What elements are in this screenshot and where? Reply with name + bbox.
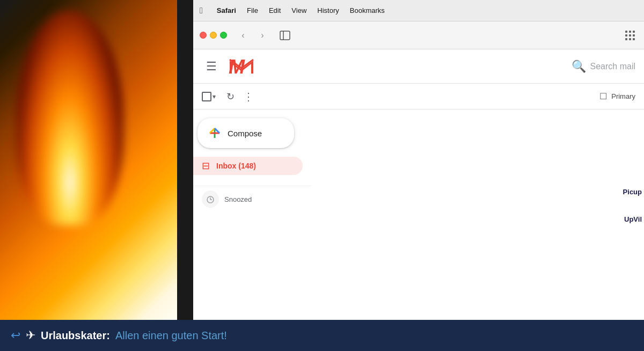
browser-toolbar: ‹ ›	[193, 21, 644, 49]
file-menu[interactable]: File	[241, 6, 264, 14]
svg-rect-3	[629, 31, 631, 33]
snoozed-label: Snoozed	[224, 195, 252, 203]
safari-menu[interactable]: Safari	[211, 6, 241, 14]
view-menu[interactable]: View	[286, 6, 312, 14]
browser-chrome:  Safari File Edit View History Bookmark…	[193, 0, 644, 351]
svg-rect-6	[629, 34, 631, 36]
svg-text:M: M	[229, 56, 245, 77]
right-column-labels: Picup UpVil	[623, 188, 644, 223]
fire-background	[0, 0, 193, 351]
svg-rect-10	[633, 38, 635, 40]
history-menu[interactable]: History	[312, 6, 344, 14]
compose-label: Compose	[228, 129, 262, 138]
inbox-label: Inbox (148)	[216, 162, 256, 170]
snoozed-icon	[202, 191, 219, 208]
search-placeholder[interactable]: Search mail	[590, 62, 635, 71]
primary-inbox-icon: ☐	[599, 91, 607, 101]
search-icon[interactable]: 🔍	[572, 60, 586, 74]
gmail-body: Compose ⊟ Inbox (148)	[193, 109, 644, 351]
inbox-icon: ⊟	[202, 160, 210, 172]
compose-plus-icon	[208, 127, 221, 140]
menu-bar:  Safari File Edit View History Bookmark…	[193, 0, 644, 21]
gmail-logo: M	[228, 56, 255, 77]
primary-tab: ☐ Primary	[599, 91, 635, 101]
traffic-lights	[200, 32, 227, 39]
inbox-item[interactable]: ⊟ Inbox (148)	[193, 157, 303, 175]
gmail-area: ☰ M 🔍 Search mail ▾ ↻ ⋮	[193, 49, 644, 351]
svg-rect-9	[629, 38, 631, 40]
reply-arrow-icon: ↩	[11, 328, 20, 342]
svg-rect-7	[633, 34, 635, 36]
select-all-checkbox[interactable]	[202, 92, 211, 101]
compose-button[interactable]: Compose	[197, 118, 294, 148]
svg-rect-2	[625, 31, 627, 33]
forward-button[interactable]: ›	[255, 28, 270, 43]
plane-icon: ✈	[26, 328, 35, 342]
notification-bold-text: Urlaubskater:	[41, 330, 110, 342]
refresh-button[interactable]: ↻	[226, 91, 235, 103]
search-area: 🔍 Search mail	[572, 60, 635, 74]
gmail-sidebar: Compose ⊟ Inbox (148)	[193, 109, 311, 351]
hamburger-menu[interactable]: ☰	[202, 55, 221, 78]
gmail-toolbar-row: ▾ ↻ ⋮ ☐ Primary	[193, 84, 644, 109]
snoozed-row[interactable]: Snoozed	[193, 186, 311, 212]
grid-button[interactable]	[623, 28, 638, 43]
svg-rect-5	[625, 34, 627, 36]
checkbox-dropdown[interactable]: ▾	[213, 93, 216, 100]
primary-label: Primary	[611, 92, 635, 100]
sidebar-toggle-button[interactable]	[276, 28, 294, 43]
compose-section: Compose	[193, 109, 311, 157]
back-button[interactable]: ‹	[236, 28, 251, 43]
maximize-button[interactable]	[220, 32, 227, 39]
select-checkbox-area[interactable]: ▾	[202, 92, 216, 101]
picup-label: Picup	[623, 188, 642, 196]
minimize-button[interactable]	[210, 32, 217, 39]
upvil-label: UpVil	[623, 215, 642, 223]
bookmarks-menu[interactable]: Bookmarks	[345, 6, 390, 14]
notification-rest-text: Allen einen guten Start!	[115, 330, 227, 342]
more-options-button[interactable]: ⋮	[243, 90, 254, 103]
svg-rect-0	[280, 31, 290, 40]
email-list	[311, 109, 644, 351]
gmail-header: ☰ M 🔍 Search mail	[193, 49, 644, 84]
bottom-notification-bar: ↩ ✈ Urlaubskater: Allen einen guten Star…	[0, 320, 644, 351]
svg-rect-4	[633, 31, 635, 33]
apple-menu[interactable]: 	[200, 6, 203, 16]
edit-menu[interactable]: Edit	[264, 6, 286, 14]
close-button[interactable]	[200, 32, 207, 39]
svg-rect-8	[625, 38, 627, 40]
